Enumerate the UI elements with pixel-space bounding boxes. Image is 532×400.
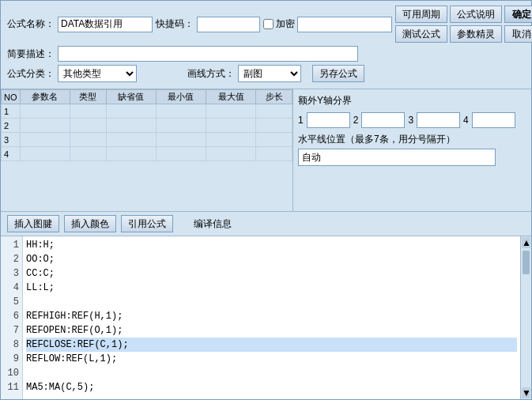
cell-min: [156, 119, 206, 133]
param-table: NO 参数名 类型 缺省值 最小值 最大值 步长 1234: [1, 89, 292, 161]
code-line[interactable]: REFCLOSE:REF(C,1);: [26, 338, 517, 352]
form-row-2: 简要描述：: [7, 46, 525, 62]
code-line[interactable]: REFHIGH:REF(H,1);: [26, 309, 517, 323]
axis-input-4[interactable]: [472, 112, 515, 128]
line-number: 8: [1, 338, 22, 352]
code-section[interactable]: 1234567891011 HH:H;OO:O;CC:C;LL:L;REFHIG…: [1, 236, 531, 399]
cell-min: [156, 104, 206, 119]
code-line[interactable]: [26, 366, 517, 380]
cell-default: [106, 133, 156, 147]
axis-label-1: 1: [298, 115, 304, 126]
cell-max: [206, 147, 255, 161]
insert-color-button[interactable]: 插入颜色: [64, 215, 116, 232]
col-max: 最大值: [206, 90, 255, 104]
cite-formula-button[interactable]: 引用公式: [121, 215, 173, 232]
code-content[interactable]: HH:H;OO:O;CC:C;LL:L;REFHIGH:REF(H,1);REF…: [23, 236, 520, 399]
shortcut-input[interactable]: [197, 17, 260, 32]
cell-max: [206, 119, 255, 133]
test-formula-button[interactable]: 测试公式: [395, 25, 447, 43]
table-row[interactable]: 2: [2, 119, 292, 133]
table-row[interactable]: 1: [2, 104, 292, 119]
cancel-button[interactable]: 取消: [504, 25, 532, 43]
bottom-buttons: 插入图腱 插入颜色 引用公式 编译信息: [1, 212, 531, 236]
cell-step: [256, 133, 292, 147]
main-window: 公式名称： 快捷码： 加密 可用周期 公式说明 确定 测试公式 参数精灵 取消: [0, 0, 532, 400]
formula-desc-button[interactable]: 公式说明: [450, 6, 502, 23]
axis-title: 额外Y轴分界: [298, 94, 526, 108]
axis-input-3[interactable]: [417, 112, 460, 128]
code-scrollbar[interactable]: ▲ ▼: [520, 236, 531, 399]
line-numbers: 1234567891011: [1, 236, 23, 399]
scroll-down-arrow[interactable]: ▼: [522, 387, 530, 398]
line-number: 5: [1, 295, 22, 309]
name-input[interactable]: [58, 17, 153, 32]
line-number: 10: [1, 366, 22, 380]
cell-name: [20, 104, 70, 119]
right-btn-row-1: 可用周期 公式说明 确定: [395, 6, 532, 23]
line-number: 3: [1, 266, 22, 281]
line-number: 2: [1, 252, 22, 266]
cell-type: [70, 133, 106, 147]
encrypt-input[interactable]: [297, 17, 392, 32]
cell-max: [206, 104, 255, 119]
cell-name: [20, 147, 70, 161]
desc-input[interactable]: [58, 46, 358, 62]
code-line[interactable]: REFOPEN:REF(O,1);: [26, 323, 517, 338]
cell-step: [256, 147, 292, 161]
axis-input-1[interactable]: [307, 112, 350, 128]
code-line[interactable]: MA5:MA(C,5);: [26, 380, 517, 394]
chart-select[interactable]: 副图: [238, 65, 301, 82]
line-number: 9: [1, 352, 22, 366]
code-line[interactable]: CC:C;: [26, 266, 517, 281]
scroll-up-arrow[interactable]: ▲: [522, 237, 530, 248]
code-line[interactable]: OO:O;: [26, 252, 517, 266]
cell-type: [70, 119, 106, 133]
right-btn-row-2: 测试公式 参数精灵 取消: [395, 25, 532, 43]
cell-no: 1: [2, 104, 21, 119]
encrypt-area: 加密: [263, 17, 392, 32]
axis-input-2[interactable]: [361, 112, 405, 128]
category-select[interactable]: 其他类型: [58, 65, 137, 82]
category-label: 公式分类：: [7, 67, 55, 81]
line-number: 7: [1, 323, 22, 338]
col-param-name: 参数名: [20, 90, 70, 104]
compile-info-label: 编译信息: [194, 217, 232, 231]
table-row[interactable]: 3: [2, 133, 292, 147]
hline-input[interactable]: [298, 149, 496, 166]
confirm-button[interactable]: 确定: [504, 6, 532, 23]
table-wrapper[interactable]: NO 参数名 类型 缺省值 最小值 最大值 步长 1234: [1, 89, 292, 211]
col-default: 缺省值: [106, 90, 156, 104]
line-number: 1: [1, 238, 22, 252]
axis-section: 额外Y轴分界 1 2 3 4: [298, 94, 526, 128]
cell-type: [70, 147, 106, 161]
col-step: 步长: [256, 90, 292, 104]
form-row-3: 公式分类： 其他类型 画线方式： 副图 另存公式: [7, 65, 525, 82]
table-row[interactable]: 4: [2, 147, 292, 161]
form-row-1: 公式名称： 快捷码： 加密 可用周期 公式说明 确定 测试公式 参数精灵 取消: [7, 6, 525, 43]
scroll-thumb[interactable]: [523, 251, 530, 274]
right-panel: 额外Y轴分界 1 2 3 4 水平线位置（最多7条，用分号隔开）: [293, 89, 531, 211]
code-line[interactable]: HH:H;: [26, 238, 517, 252]
line-number: 11: [1, 380, 22, 394]
col-no: NO: [2, 90, 21, 104]
cell-no: 4: [2, 147, 21, 161]
cell-default: [106, 147, 156, 161]
code-line[interactable]: REFLOW:REF(L,1);: [26, 352, 517, 366]
code-line[interactable]: [26, 295, 517, 309]
code-line[interactable]: LL:L;: [26, 281, 517, 295]
encrypt-checkbox[interactable]: [263, 19, 274, 29]
cell-default: [106, 104, 156, 119]
cell-step: [256, 119, 292, 133]
available-period-button[interactable]: 可用周期: [395, 6, 447, 23]
shortcut-label: 快捷码：: [156, 17, 194, 31]
line-number: 4: [1, 281, 22, 295]
insert-bitmap-button[interactable]: 插入图腱: [7, 215, 59, 232]
param-wizard-button[interactable]: 参数精灵: [450, 25, 502, 43]
cell-type: [70, 104, 106, 119]
save-as-button[interactable]: 另存公式: [312, 65, 364, 82]
encrypt-label: 加密: [276, 17, 295, 31]
desc-label: 简要描述：: [7, 47, 55, 61]
axis-label-3: 3: [408, 115, 413, 126]
chart-label: 画线方式：: [187, 67, 235, 81]
middle-section: NO 参数名 类型 缺省值 最小值 最大值 步长 1234: [1, 89, 531, 212]
